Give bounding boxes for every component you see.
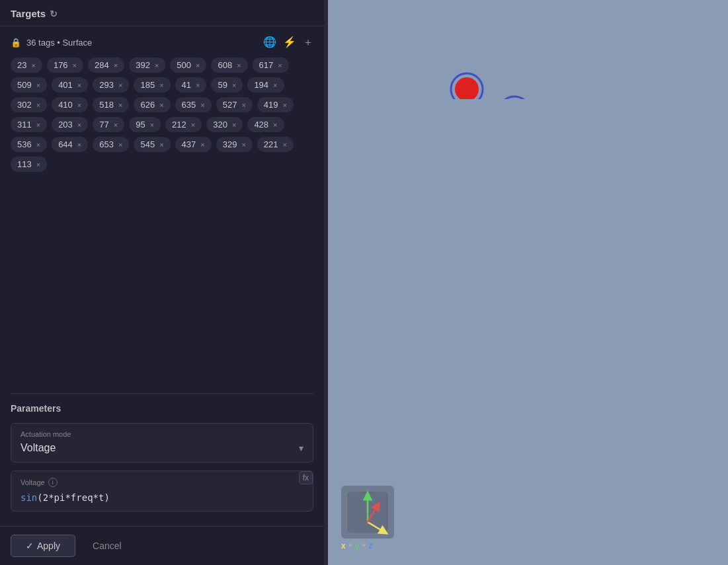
remove-tag-icon[interactable]: × <box>159 101 163 109</box>
left-panel: Targets ↻ 🔒 36 tags • Surface 🌐 ⚡ ＋ 23×1… <box>0 0 324 565</box>
tag-value: 509 <box>17 80 32 90</box>
tags-section: 🔒 36 tags • Surface 🌐 ⚡ ＋ 23×176×284×392… <box>0 26 324 393</box>
tag-chip: 320× <box>206 117 243 132</box>
right-panel[interactable]: x ● y ● z <box>328 0 728 565</box>
tag-chip: 644× <box>52 137 88 152</box>
remove-tag-icon[interactable]: × <box>159 141 163 149</box>
remove-tag-icon[interactable]: × <box>36 101 40 109</box>
tag-value: 77 <box>99 120 108 130</box>
tag-value: 311 <box>17 120 32 130</box>
tag-value: 608 <box>218 60 232 70</box>
apply-button[interactable]: ✓ Apply <box>11 535 75 557</box>
remove-tag-icon[interactable]: × <box>77 121 81 129</box>
tag-chip: 437× <box>175 137 212 152</box>
tag-chip: 59× <box>211 77 243 93</box>
remove-tag-icon[interactable]: × <box>31 61 35 69</box>
remove-tag-icon[interactable]: × <box>196 61 200 69</box>
remove-tag-icon[interactable]: × <box>191 121 195 129</box>
remove-tag-icon[interactable]: × <box>155 61 159 69</box>
remove-tag-icon[interactable]: × <box>36 121 40 129</box>
remove-tag-icon[interactable]: × <box>273 81 277 89</box>
axes-box <box>341 486 394 539</box>
tag-chip: 311× <box>11 117 47 132</box>
tag-chip: 185× <box>134 77 170 93</box>
remove-tag-icon[interactable]: × <box>278 61 282 69</box>
remove-tag-icon[interactable]: × <box>114 61 118 69</box>
tag-chip: 626× <box>134 97 170 112</box>
tag-value: 176 <box>54 60 68 70</box>
remove-tag-icon[interactable]: × <box>118 141 122 149</box>
tag-value: 329 <box>223 139 237 149</box>
tag-value: 302 <box>17 100 32 110</box>
filter-icon[interactable]: ⚡ <box>283 36 296 50</box>
tag-chip: 608× <box>211 57 247 73</box>
tag-chip: 203× <box>52 117 88 132</box>
remove-tag-icon[interactable]: × <box>77 101 81 109</box>
tag-value: 500 <box>177 60 191 70</box>
tag-value: 320 <box>213 120 227 130</box>
actuation-mode-field: Actuation mode Voltage Current Power ▾ <box>11 423 313 463</box>
tag-value: 635 <box>182 100 196 110</box>
tag-chip: 500× <box>170 57 206 73</box>
tag-chip: 509× <box>11 77 47 93</box>
actuation-mode-select[interactable]: Voltage Current Power <box>20 442 303 453</box>
tag-value: 410 <box>58 100 73 110</box>
apply-label: Apply <box>37 541 60 551</box>
add-tag-icon[interactable]: ＋ <box>303 36 313 50</box>
tag-chip: 635× <box>175 97 212 112</box>
remove-tag-icon[interactable]: × <box>77 141 81 149</box>
axes-svg <box>341 486 394 539</box>
tag-value: 95 <box>136 120 145 130</box>
remove-tag-icon[interactable]: × <box>196 81 200 89</box>
cancel-button[interactable]: Cancel <box>82 535 132 556</box>
remove-tag-icon[interactable]: × <box>241 141 245 149</box>
remove-tag-icon[interactable]: × <box>241 101 245 109</box>
axes-widget: x ● y ● z <box>341 486 414 552</box>
tag-chip: 41× <box>175 77 207 93</box>
checkmark-icon: ✓ <box>26 541 34 551</box>
remove-tag-icon[interactable]: × <box>36 81 40 89</box>
remove-tag-icon[interactable]: × <box>283 101 287 109</box>
remove-tag-icon[interactable]: × <box>273 121 277 129</box>
tag-chip: 284× <box>88 57 124 73</box>
remove-tag-icon[interactable]: × <box>77 81 81 89</box>
tag-chip: 428× <box>247 117 284 132</box>
remove-tag-icon[interactable]: × <box>283 141 287 149</box>
remove-tag-icon[interactable]: × <box>237 61 241 69</box>
tag-chip: 653× <box>93 137 129 152</box>
remove-tag-icon[interactable]: × <box>36 161 40 169</box>
formula-args: (2*pi*freq*t) <box>37 492 110 503</box>
remove-tag-icon[interactable]: × <box>73 61 77 69</box>
tag-value: 437 <box>182 139 196 149</box>
remove-tag-icon[interactable]: × <box>118 101 122 109</box>
tag-value: 401 <box>58 80 73 90</box>
targets-label: Targets <box>11 8 46 19</box>
remove-tag-icon[interactable]: × <box>159 81 163 89</box>
tag-chip: 23× <box>11 57 42 73</box>
remove-tag-icon[interactable]: × <box>232 81 236 89</box>
tag-chip: 113× <box>11 157 47 172</box>
fx-button[interactable]: fx <box>299 471 313 484</box>
voltage-info-icon[interactable]: i <box>48 478 58 487</box>
remove-tag-icon[interactable]: × <box>36 141 40 149</box>
tag-value: 293 <box>99 80 114 90</box>
bottom-bar: ✓ Apply Cancel <box>0 526 324 565</box>
globe-icon[interactable]: 🌐 <box>263 36 276 50</box>
tag-value: 185 <box>140 80 155 90</box>
lock-icon: 🔒 <box>11 38 21 48</box>
tag-value: 545 <box>140 139 155 149</box>
tag-chip: 221× <box>257 137 294 152</box>
tag-chip: 293× <box>93 77 129 93</box>
actuation-mode-label: Actuation mode <box>20 430 303 438</box>
tag-value: 653 <box>99 139 114 149</box>
remove-tag-icon[interactable]: × <box>150 121 154 129</box>
remove-tag-icon[interactable]: × <box>200 101 204 109</box>
remove-tag-icon[interactable]: × <box>232 121 236 129</box>
tag-chip: 77× <box>93 117 124 132</box>
remove-tag-icon[interactable]: × <box>200 141 204 149</box>
remove-tag-icon[interactable]: × <box>114 121 118 129</box>
tag-value: 194 <box>254 80 268 90</box>
tag-value: 419 <box>264 100 278 110</box>
refresh-icon[interactable]: ↻ <box>50 9 58 19</box>
remove-tag-icon[interactable]: × <box>118 81 122 89</box>
